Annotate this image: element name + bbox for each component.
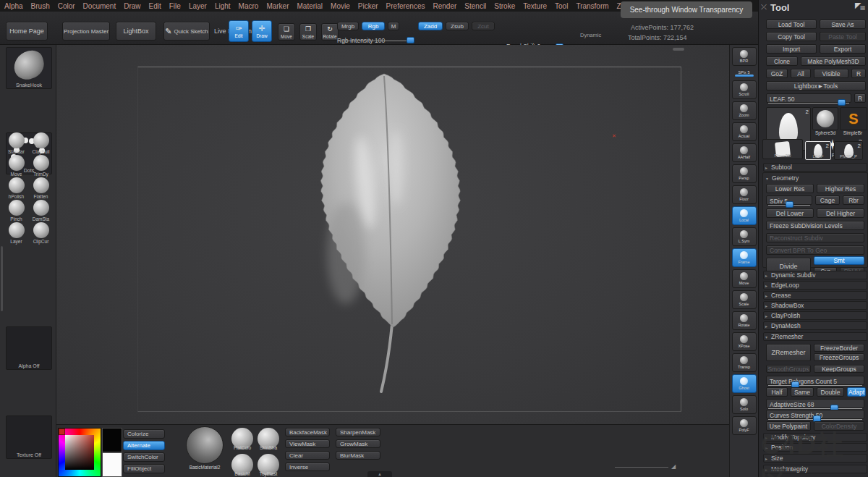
- mask-button[interactable]: Clear: [285, 451, 330, 460]
- right-shelf-button[interactable]: Persp: [732, 164, 757, 183]
- freeze-groups-toggle[interactable]: FreezeGroups: [814, 353, 864, 361]
- del-lower-button[interactable]: Del Lower: [766, 208, 814, 218]
- right-shelf-button[interactable]: BPR: [732, 47, 757, 66]
- current-brush-thumbnail[interactable]: SnakeHook: [6, 47, 52, 89]
- cage-button[interactable]: Cage: [815, 195, 840, 205]
- menu-item[interactable]: Stroke: [494, 2, 515, 10]
- menu-item[interactable]: Tool: [555, 2, 568, 10]
- menu-item[interactable]: Alpha: [4, 2, 23, 10]
- menu-item[interactable]: Marker: [266, 2, 289, 10]
- half-button[interactable]: Half: [766, 387, 788, 397]
- brush-tile[interactable]: hPolish: [4, 177, 28, 200]
- import-button[interactable]: Import: [766, 44, 817, 54]
- right-shelf-button[interactable]: Zoom: [732, 101, 757, 120]
- right-shelf-button[interactable]: Actual: [732, 122, 757, 141]
- secondary-color-swatch[interactable]: [102, 452, 122, 477]
- menu-item[interactable]: Transform: [576, 2, 608, 10]
- quick-sketch-button[interactable]: ✎ Quick Sketch: [163, 22, 210, 41]
- panel-section-header[interactable]: EdgeLoop: [763, 281, 867, 290]
- tool-slider-handle[interactable]: [838, 99, 846, 106]
- convert-bpr-button[interactable]: Convert BPR To Geo: [766, 245, 864, 255]
- home-page-button[interactable]: Home Page: [6, 22, 48, 41]
- right-shelf-button[interactable]: Transp: [732, 353, 757, 372]
- freeze-subdivision-button[interactable]: Freeze SubDivision Levels: [766, 221, 864, 230]
- menu-item[interactable]: Edit: [149, 2, 161, 10]
- sdiv-handle[interactable]: [786, 201, 793, 208]
- right-shelf-button[interactable]: XPose: [732, 332, 757, 351]
- right-shelf-button[interactable]: Ghost: [732, 374, 757, 393]
- left-shelf-scrollbar[interactable]: [1, 246, 3, 311]
- load-tool-button[interactable]: Load Tool: [766, 20, 817, 29]
- geometry-section[interactable]: Geometry: [765, 174, 866, 182]
- goz-all-button[interactable]: All: [791, 69, 811, 78]
- brush-tile[interactable]: ClayBuil: [29, 132, 53, 155]
- right-shelf-button[interactable]: AAHalf: [732, 143, 757, 162]
- right-shelf-button[interactable]: Local: [732, 206, 757, 225]
- edit-mode-button[interactable]: ✑ Edit: [229, 20, 249, 42]
- plane3d-thumbnail[interactable]: Plane3D: [762, 139, 803, 159]
- menu-item[interactable]: Document: [83, 2, 116, 10]
- menu-item[interactable]: Picker: [358, 2, 378, 10]
- panel-section-header[interactable]: DynaMesh: [763, 321, 867, 330]
- right-shelf-button[interactable]: Floor: [732, 185, 757, 204]
- sdiv-slider[interactable]: SDiv 5: [766, 195, 812, 205]
- mrgb-button[interactable]: Mrgb: [337, 22, 359, 30]
- lightbox-tools-button[interactable]: Lightbox►Tools: [766, 81, 866, 90]
- leaf-model[interactable]: [56, 45, 729, 424]
- lower-res-button[interactable]: Lower Res: [766, 184, 814, 193]
- rgb-button[interactable]: Rgb: [362, 22, 385, 30]
- pm3d-leaf-thumbnail[interactable]: 2 PM3D_P: [834, 141, 863, 160]
- menu-item[interactable]: Draw: [124, 2, 140, 10]
- right-shelf-button[interactable]: Frame: [732, 248, 757, 267]
- menu-item[interactable]: Material: [297, 2, 323, 10]
- menu-item[interactable]: Brush: [31, 2, 50, 10]
- move-mode-button[interactable]: ❏ Move: [278, 23, 295, 41]
- sphere3d-thumbnail[interactable]: [812, 107, 838, 130]
- subtool-section[interactable]: Subtool: [763, 163, 867, 172]
- rgb-intensity-handle[interactable]: [407, 37, 414, 43]
- adapt-button[interactable]: Adapt: [847, 387, 866, 397]
- material-tile[interactable]: BasicM: [230, 452, 255, 476]
- right-shelf-button[interactable]: L.Sym: [732, 227, 757, 246]
- alpha-slot[interactable]: Alpha Off: [6, 326, 52, 370]
- zremesher-button[interactable]: ZRemesher: [766, 344, 811, 361]
- tray-mini-slider[interactable]: [615, 467, 668, 468]
- adaptive-size-slider[interactable]: AdaptiveSize 68: [766, 399, 864, 408]
- panel-divider-icon[interactable]: ⤫: [761, 3, 767, 11]
- menu-item[interactable]: Light: [215, 2, 231, 10]
- brush-tile[interactable]: TrimDy: [29, 155, 53, 177]
- fill-object-button[interactable]: FillObject: [123, 464, 165, 473]
- leaf-subtool-thumbnail[interactable]: 2 LEAF: [805, 141, 831, 160]
- tray-handle[interactable]: ▲: [367, 471, 392, 477]
- zremesher-section[interactable]: ZRemesher: [763, 332, 867, 341]
- texture-slot[interactable]: Texture Off: [6, 415, 52, 459]
- brush-tile[interactable]: Move: [4, 155, 28, 177]
- draw-mode-button[interactable]: ✛ Draw: [252, 20, 272, 42]
- switch-color-button[interactable]: SwitchColor: [123, 452, 165, 462]
- material-tile[interactable]: ToyPlast: [256, 452, 281, 476]
- mask-button[interactable]: Inverse: [285, 463, 330, 471]
- brush-tile[interactable]: Layer: [4, 222, 28, 245]
- target-polygons-slider[interactable]: Target Polygons Count 5: [766, 376, 864, 385]
- simplebrush-thumbnail[interactable]: S: [840, 107, 867, 130]
- colorize-button[interactable]: Colorize: [123, 429, 165, 439]
- sculpt-canvas[interactable]: ✕: [56, 45, 729, 424]
- menu-item[interactable]: Stencil: [464, 2, 486, 10]
- rgb-intensity-slider[interactable]: Rgb Intensity 100: [337, 33, 414, 41]
- panel-section-header[interactable]: Dynamic Subdiv: [763, 271, 867, 279]
- keep-groups-toggle[interactable]: KeepGroups: [814, 365, 864, 373]
- rotate-mode-button[interactable]: ↻ Rotate: [321, 23, 339, 41]
- right-shelf-button[interactable]: Move: [732, 269, 757, 288]
- panel-section-header[interactable]: ClayPolish: [763, 311, 867, 320]
- del-higher-button[interactable]: Del Higher: [817, 208, 864, 218]
- brush-tile[interactable]: ClipCur: [29, 222, 53, 245]
- goz-visible-button[interactable]: Visible: [814, 69, 848, 78]
- same-button[interactable]: Same: [791, 387, 814, 397]
- lightbox-button[interactable]: LightBox: [116, 22, 156, 41]
- paste-tool-button[interactable]: Paste Tool: [820, 32, 866, 41]
- right-shelf-button[interactable]: Solo: [732, 395, 757, 414]
- scale-mode-button[interactable]: ❐ Scale: [299, 23, 317, 41]
- rbr-button[interactable]: Rbr: [843, 195, 864, 205]
- tray-collapse-icon[interactable]: ◢: [671, 463, 676, 470]
- right-shelf-button[interactable]: Scale: [732, 290, 757, 309]
